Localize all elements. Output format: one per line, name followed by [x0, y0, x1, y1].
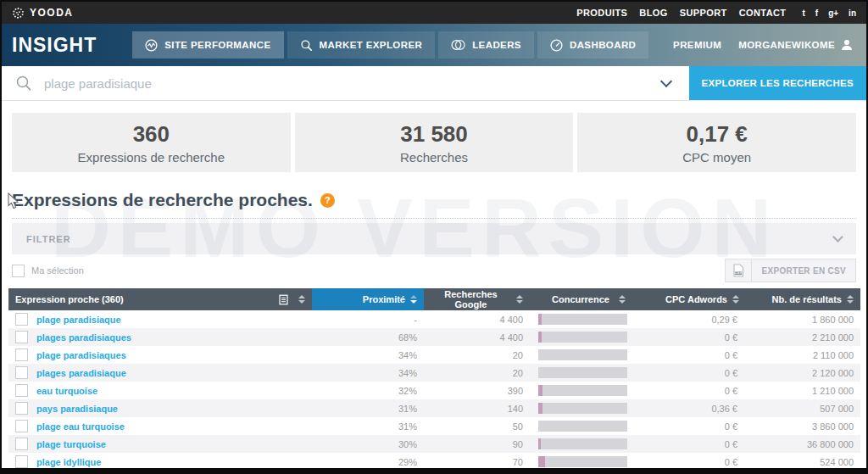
export-csv-button[interactable]: CSV EXPORTER EN CSV [725, 259, 856, 282]
cpc-cell: 0,29 € [632, 310, 746, 328]
row-checkbox[interactable] [15, 420, 28, 432]
sort-icon[interactable] [732, 295, 739, 304]
row-checkbox[interactable] [15, 349, 28, 361]
stat-value: 360 [133, 121, 170, 148]
row-checkbox[interactable] [15, 331, 28, 343]
searches-cell: 70 [424, 453, 530, 471]
column-header-results[interactable]: Nb. de résultats [746, 288, 860, 310]
cpc-cell: 0 € [632, 453, 746, 471]
filter-chevron-icon[interactable] [832, 231, 843, 243]
expression-cell: plages paradisiaque [8, 364, 312, 382]
tab-dashboard[interactable]: DASHBOARD [537, 31, 648, 59]
column-header-expression[interactable]: Expression proche (360) [8, 288, 312, 310]
column-header-competition[interactable]: Concurrence [530, 288, 632, 310]
sort-icon[interactable] [847, 295, 854, 304]
cpc-cell: 0 € [632, 382, 746, 399]
expression-cell: plage paradisiaques [8, 346, 312, 364]
tab-market-explorer[interactable]: MARKET EXPLORER [287, 31, 436, 59]
help-icon[interactable]: ? [320, 193, 335, 208]
keyword-link[interactable]: plages paradisiaques [36, 332, 131, 343]
expression-cell: plage turquoise [8, 435, 312, 453]
csv-file-icon: CSV [726, 259, 752, 282]
row-checkbox[interactable] [15, 313, 28, 326]
keyword-link[interactable]: pays paradisiaque [36, 404, 118, 414]
filter-label: FILTRER [26, 234, 71, 244]
column-header-proximity[interactable]: Proximité [312, 288, 424, 310]
proximity-cell: 34% [312, 346, 424, 364]
expression-cell: pays paradisiaque [8, 399, 312, 417]
explore-searches-button[interactable]: EXPLORER LES RECHERCHES [689, 66, 866, 100]
table-row: plage eau turquoise31%500 €3 860 000 [8, 417, 860, 435]
topbar-link-blog[interactable]: BLOG [639, 8, 667, 18]
tab-site-performance[interactable]: SITE PERFORMANCE [132, 31, 283, 59]
row-checkbox[interactable] [15, 438, 28, 450]
searches-cell: 390 [424, 382, 530, 399]
competition-bar-fill [538, 438, 541, 449]
competition-bar [538, 438, 627, 449]
sort-icon[interactable] [298, 295, 305, 304]
competition-cell [530, 364, 632, 382]
twitter-icon[interactable]: t [802, 8, 804, 18]
keyword-link[interactable]: plage idyllique [36, 457, 101, 467]
keyword-link[interactable]: plage eau turquoise [36, 421, 125, 432]
linkedin-icon[interactable]: in [849, 8, 856, 18]
results-table: Expression proche (360) [8, 288, 860, 471]
table-row: eau turquoise32%3900 €1 210 000 [8, 382, 860, 399]
competition-bar-fill [538, 403, 542, 414]
row-checkbox[interactable] [15, 366, 28, 379]
competition-bar-fill [538, 314, 542, 325]
topbar-link-support[interactable]: SUPPORT [680, 8, 727, 18]
searches-cell: 90 [424, 435, 530, 453]
proximity-cell: - [312, 310, 424, 328]
sort-icon[interactable] [410, 295, 417, 304]
row-checkbox[interactable] [15, 384, 28, 397]
keyword-link[interactable]: plage paradisiaque [36, 315, 121, 325]
cpc-cell: 0 € [632, 346, 746, 364]
searches-cell: 20 [424, 346, 530, 364]
brand-label: YOODA [30, 7, 74, 19]
table-row: plage paradisiaques34%200 €2 110 000 [8, 346, 860, 364]
competition-bar [538, 385, 627, 396]
tab-label: DASHBOARD [570, 40, 636, 50]
topbar-link-contact[interactable]: CONTACT [739, 8, 787, 18]
search-bar: EXPLORER LES RECHERCHES [2, 66, 866, 101]
topbar-link-produits[interactable]: PRODUITS [576, 8, 627, 18]
keyword-link[interactable]: eau turquoise [36, 386, 97, 396]
tab-leaders[interactable]: LEADERS [438, 31, 534, 59]
sort-icon[interactable] [516, 295, 523, 304]
competition-bar [538, 421, 627, 432]
stat-box: 0,17 €CPC moyen [577, 113, 856, 172]
user-menu[interactable]: MORGANEWIKOME [738, 39, 853, 51]
expression-cell: plage eau turquoise [8, 417, 312, 435]
yooda-logo[interactable]: YOODA [12, 7, 74, 20]
competition-cell [530, 310, 632, 328]
sort-icon[interactable] [619, 295, 626, 304]
search-options-chevron-icon[interactable] [659, 75, 671, 87]
my-selection-checkbox[interactable] [12, 265, 25, 277]
competition-bar [538, 332, 627, 343]
keyword-link[interactable]: plage paradisiaques [36, 350, 126, 360]
results-cell: 524 000 [746, 453, 860, 471]
stat-value: 31 580 [400, 121, 468, 148]
stat-label: Recherches [400, 150, 468, 165]
yooda-logo-icon [12, 7, 25, 20]
select-all-icon[interactable] [279, 294, 288, 305]
facebook-icon[interactable]: f [815, 8, 818, 18]
keyword-link[interactable]: plages paradisiaque [36, 368, 126, 378]
premium-link[interactable]: PREMIUM [673, 40, 721, 50]
column-header-cpc[interactable]: CPC Adwords [632, 288, 746, 310]
tab-label: LEADERS [472, 40, 521, 50]
expression-cell: plage idyllique [8, 453, 312, 471]
user-icon [841, 39, 853, 51]
search-input[interactable] [42, 75, 662, 92]
filter-panel-toggle[interactable]: FILTRER [12, 223, 856, 254]
results-cell: 36 800 000 [746, 435, 860, 453]
row-checkbox[interactable] [15, 455, 28, 468]
row-checkbox[interactable] [15, 402, 28, 415]
keyword-link[interactable]: plage turquoise [36, 439, 106, 449]
column-header-searches[interactable]: Recherches Google [424, 288, 530, 310]
competition-bar-fill [538, 385, 542, 396]
searches-cell: 140 [424, 399, 530, 417]
expression-cell: eau turquoise [8, 382, 312, 399]
googleplus-icon[interactable]: g+ [828, 8, 838, 18]
